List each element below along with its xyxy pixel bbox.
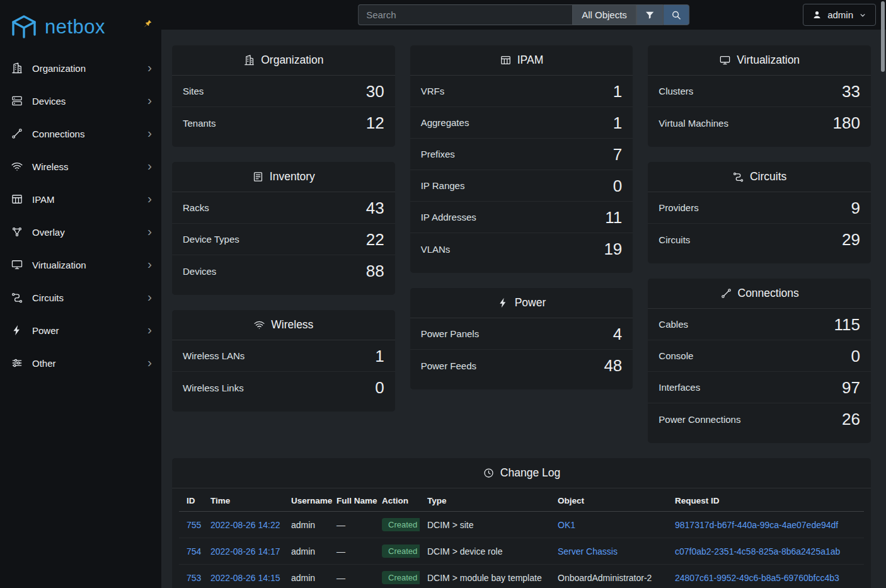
stat-value[interactable]: 48 (604, 357, 622, 374)
stat-row-power-connections: Power Connections26 (648, 403, 871, 435)
monitor-icon (719, 54, 731, 66)
user-icon (812, 9, 822, 20)
wifi-icon (11, 160, 23, 173)
sidebar-item-circuits[interactable]: Circuits› (0, 281, 161, 314)
stat-value[interactable]: 115 (834, 316, 860, 333)
stat-row-power-panels: Power Panels4 (410, 318, 633, 350)
stat-label: Wireless LANs (183, 350, 245, 361)
changelog-request-id-link[interactable]: 24807c61-9952-49c6-b8a5-69760bfcc4b3 (675, 573, 839, 583)
stat-row-wireless-lans: Wireless LANs1 (172, 340, 395, 372)
stat-value[interactable]: 12 (366, 115, 384, 131)
card-circuits: CircuitsProviders9Circuits29 (648, 162, 871, 263)
stat-value[interactable]: 29 (842, 231, 860, 248)
stat-value[interactable]: 0 (375, 379, 384, 396)
stat-value[interactable]: 7 (613, 146, 622, 163)
stat-row-power-feeds: Power Feeds48 (410, 350, 633, 381)
stat-label: Sites (183, 86, 204, 96)
netbox-logo-icon (9, 14, 39, 40)
search-icon (670, 9, 682, 21)
stat-label: VLANs (421, 244, 451, 255)
stat-row-aggregates: Aggregates1 (410, 107, 633, 139)
stat-label: Power Panels (421, 328, 480, 339)
stat-value[interactable]: 1 (375, 348, 384, 364)
card-body: VRFs1Aggregates1Prefixes7IP Ranges0IP Ad… (410, 76, 633, 273)
stat-value[interactable]: 22 (366, 231, 384, 248)
pin-sidebar-icon[interactable] (143, 19, 152, 28)
stat-value[interactable]: 33 (842, 83, 860, 100)
stat-value[interactable]: 1 (613, 83, 622, 100)
card-title: Circuits (750, 170, 786, 183)
stat-row-clusters: Clusters33 (648, 76, 871, 107)
stat-value[interactable]: 9 (851, 200, 860, 216)
stat-row-circuits: Circuits29 (648, 224, 871, 255)
cable-icon (720, 287, 732, 299)
stat-value[interactable]: 180 (833, 115, 860, 131)
sidebar-item-virtualization[interactable]: Virtualization› (0, 248, 161, 281)
changelog-username: admin (291, 520, 315, 530)
card-header: Inventory (172, 162, 395, 192)
sidebar-item-ipam[interactable]: IPAM› (0, 183, 161, 216)
stat-label: Cables (659, 319, 688, 330)
stat-label: Aggregates (421, 117, 469, 128)
card-body: Wireless LANs1Wireless Links0 (172, 340, 395, 412)
stat-value[interactable]: 30 (366, 83, 384, 100)
filter-button[interactable] (636, 4, 663, 25)
brand-name: netbox (45, 16, 105, 38)
stat-value[interactable]: 11 (605, 209, 622, 226)
sidebar-item-other[interactable]: Other› (0, 347, 161, 379)
changelog-object-link[interactable]: Server Chassis (558, 546, 618, 556)
monitor-icon (11, 258, 23, 271)
user-menu-button[interactable]: admin (803, 4, 876, 26)
changelog-time-link[interactable]: 2022-08-26 14:17 (210, 546, 280, 556)
column-header-username: Username (284, 488, 329, 512)
changelog-row: 7552022-08-26 14:22admin—CreatedDCIM > s… (179, 512, 864, 538)
transit-icon (11, 291, 23, 304)
changelog-object: OnboardAdministrator-2 (558, 573, 652, 583)
stat-value[interactable]: 26 (842, 411, 860, 427)
sidebar-item-overlay[interactable]: Overlay› (0, 216, 161, 248)
stat-value[interactable]: 0 (851, 348, 860, 364)
stat-value[interactable]: 1 (613, 115, 622, 131)
brand[interactable]: netbox (0, 0, 161, 52)
sidebar-item-organization[interactable]: Organization› (0, 52, 161, 84)
changelog-username: admin (291, 546, 315, 556)
card-header: Virtualization (648, 45, 871, 76)
topbar: All Objects admin (161, 0, 886, 30)
dashboard-content: OrganizationSites30Tenants12InventoryRac… (161, 30, 886, 588)
search-submit-button[interactable] (663, 4, 689, 25)
stat-value[interactable]: 43 (366, 200, 384, 216)
changelog-request-id-link[interactable]: 9817317d-b67f-440a-99ca-4ae07ede94df (675, 520, 838, 530)
sidebar-item-wireless[interactable]: Wireless› (0, 150, 161, 183)
card-body: Providers9Circuits29 (648, 192, 871, 263)
sidebar-item-connections[interactable]: Connections› (0, 117, 161, 150)
stat-value[interactable]: 19 (604, 241, 622, 257)
changelog-time-link[interactable]: 2022-08-26 14:22 (210, 520, 280, 530)
ip-table-icon (11, 193, 23, 205)
changelog-id-link[interactable]: 753 (187, 573, 201, 583)
stat-value[interactable]: 0 (613, 178, 622, 194)
stat-value[interactable]: 88 (366, 263, 384, 279)
search-input[interactable] (358, 4, 572, 25)
stat-value[interactable]: 4 (613, 326, 622, 342)
scrollbar-thumb[interactable] (881, 1, 885, 72)
ip-table-icon (500, 54, 512, 66)
object-type-selector[interactable]: All Objects (572, 4, 636, 25)
changelog-object-link[interactable]: OK1 (558, 520, 575, 530)
card-title: Wireless (271, 318, 313, 331)
changelog-time-link[interactable]: 2022-08-26 14:15 (210, 573, 280, 583)
changelog-id-link[interactable]: 754 (187, 546, 201, 556)
stat-value[interactable]: 97 (842, 379, 860, 396)
card-title: Virtualization (737, 54, 800, 67)
column-header-object: Object (550, 488, 667, 512)
stat-row-racks: Racks43 (172, 192, 395, 224)
changelog-username: admin (291, 573, 315, 583)
stat-row-interfaces: Interfaces97 (648, 372, 871, 403)
sidebar-item-label: Overlay (32, 227, 65, 238)
sidebar-item-power[interactable]: Power› (0, 314, 161, 347)
changelog-request-id-link[interactable]: c07f0ab2-2351-4c58-825a-8b6a2425a1ab (675, 546, 840, 556)
bolt-icon (11, 324, 23, 337)
sidebar-item-label: Wireless (32, 161, 69, 172)
sidebar-item-devices[interactable]: Devices› (0, 84, 161, 117)
changelog-id-link[interactable]: 755 (187, 520, 201, 530)
chevron-right-icon: › (147, 159, 152, 172)
